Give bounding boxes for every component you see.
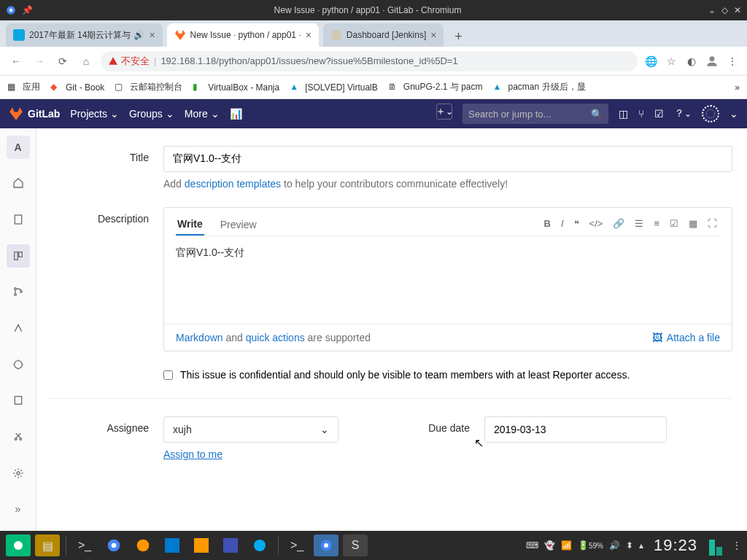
activity-icon[interactable]: 📊 <box>230 108 242 120</box>
window-maximize-icon[interactable]: ◇ <box>721 5 728 15</box>
issues-icon[interactable]: ◫ <box>619 108 628 120</box>
task-chrome-icon[interactable] <box>101 534 126 556</box>
task-app-icon[interactable]: ▤ <box>35 534 60 556</box>
quick-actions-link[interactable]: quick actions <box>246 332 305 343</box>
ul-icon[interactable]: ☰ <box>635 218 643 229</box>
system-monitor-icon[interactable] <box>709 535 722 556</box>
tab-close-icon[interactable]: × <box>149 29 155 41</box>
home-button[interactable]: ⌂ <box>77 52 95 70</box>
bookmark-item[interactable]: ▮VirtualBox - Manja <box>193 82 279 93</box>
kebab-menu-icon[interactable]: ⋮ <box>725 54 740 69</box>
task-terminal-icon[interactable]: >_ <box>285 534 309 556</box>
due-date-input[interactable] <box>484 416 667 443</box>
tray-clock[interactable]: 19:23 <box>654 536 697 555</box>
task-app-icon[interactable] <box>247 534 272 556</box>
sidebar-settings-icon[interactable] <box>7 462 30 485</box>
chevron-down-icon: ⌄ <box>166 108 174 120</box>
pin-icon[interactable]: 📌 <box>22 5 33 15</box>
plus-dropdown[interactable]: ＋⌄ <box>436 104 452 120</box>
merge-request-icon[interactable]: ⑂ <box>638 108 644 120</box>
tab-item[interactable]: 2017年最新 14期云计算与 🔊 × <box>6 23 163 47</box>
nav-projects[interactable]: Projects ⌄ <box>70 108 119 120</box>
extension-icon[interactable]: ◐ <box>684 54 699 69</box>
tasklist-icon[interactable]: ☑ <box>670 218 678 229</box>
bold-icon[interactable]: B <box>544 218 551 229</box>
assignee-dropdown[interactable]: xujh ⌄ <box>163 416 338 443</box>
bookmarks-apps[interactable]: ▦应用 <box>7 81 40 93</box>
task-terminal-icon[interactable]: >_ <box>72 534 97 556</box>
help-icon[interactable]: ？⌄ <box>674 107 692 120</box>
tab-item-active[interactable]: New Issue · python / app01 · × <box>167 23 319 47</box>
todos-icon[interactable]: ☑ <box>654 108 664 120</box>
code-icon[interactable]: </> <box>589 218 603 229</box>
sidebar-merge-icon[interactable] <box>7 281 30 304</box>
bookmark-item[interactable]: 🗎GnuPG-2.1 与 pacm <box>388 81 483 93</box>
tab-close-icon[interactable]: × <box>430 29 436 41</box>
link-icon[interactable]: 🔗 <box>613 218 624 229</box>
quote-icon[interactable]: ❝ <box>574 218 579 229</box>
task-editor-icon[interactable]: S <box>343 534 368 556</box>
table-icon[interactable]: ▦ <box>689 218 697 229</box>
start-menu-icon[interactable] <box>6 534 31 556</box>
profile-icon[interactable] <box>705 54 719 69</box>
task-chromium-active-icon[interactable] <box>314 534 338 556</box>
tray-app-icon[interactable]: 👻 <box>544 540 555 551</box>
bookmark-star-icon[interactable]: ☆ <box>664 54 678 69</box>
task-firefox-icon[interactable] <box>131 534 155 556</box>
nav-groups[interactable]: Groups ⌄ <box>129 108 174 120</box>
address-bar[interactable]: 不安全 | 192.168.1.18/python/app01/issues/n… <box>101 51 638 71</box>
confidential-checkbox[interactable] <box>163 370 173 380</box>
svg-point-14 <box>15 438 17 440</box>
preview-tab[interactable]: Preview <box>219 214 258 235</box>
tray-updates-icon[interactable]: ⬍ <box>626 540 633 551</box>
sidebar-operations-icon[interactable] <box>7 353 30 376</box>
tray-volume-icon[interactable]: 🔊 <box>609 540 620 551</box>
task-app-icon[interactable] <box>218 534 243 556</box>
back-button[interactable]: ← <box>7 52 25 70</box>
bookmark-item[interactable]: ▢云邮箱控制台 <box>115 81 182 93</box>
tray-keyboard-icon[interactable]: ⌨ <box>526 540 538 551</box>
sidebar-project-avatar[interactable]: A <box>7 136 30 159</box>
markdown-link[interactable]: Markdown <box>176 332 223 343</box>
audio-icon[interactable]: 🔊 <box>133 30 144 40</box>
nav-more[interactable]: More ⌄ <box>185 108 220 120</box>
window-close-icon[interactable]: ✕ <box>734 5 741 15</box>
tray-wifi-icon[interactable]: 📶 <box>561 540 572 551</box>
translate-icon[interactable]: 🌐 <box>643 54 658 69</box>
new-tab-button[interactable]: + <box>448 26 468 47</box>
tab-close-icon[interactable]: × <box>306 29 311 41</box>
assign-to-me-link[interactable]: Assign to me <box>163 448 338 460</box>
desc-templates-link[interactable]: description templates <box>185 178 281 190</box>
ol-icon[interactable]: ≡ <box>654 218 659 229</box>
title-input[interactable] <box>163 146 732 172</box>
italic-icon[interactable]: I <box>561 218 564 229</box>
bookmark-item[interactable]: ▲[SOLVED] VirtualB <box>290 82 378 93</box>
page-icon: ▢ <box>115 82 126 93</box>
description-textarea[interactable]: 官网V1.0--支付 <box>164 236 732 324</box>
tray-battery-icon[interactable]: 🔋59% <box>578 540 603 551</box>
sidebar-wiki-icon[interactable] <box>7 389 30 412</box>
bookmarks-overflow-icon[interactable]: » <box>735 82 740 93</box>
gitlab-brand[interactable]: GitLab <box>9 106 60 121</box>
user-avatar[interactable] <box>702 105 719 122</box>
reload-button[interactable]: ⟳ <box>54 52 71 70</box>
fullscreen-icon[interactable]: ⛶ <box>708 218 717 229</box>
write-tab[interactable]: Write <box>176 214 204 236</box>
tray-menu-icon[interactable]: ⋮ <box>732 540 741 551</box>
sidebar-snippets-icon[interactable] <box>7 425 30 448</box>
task-vscode-icon[interactable] <box>160 534 185 556</box>
sidebar-repo-icon[interactable] <box>7 208 30 231</box>
sidebar-home-icon[interactable] <box>7 172 30 195</box>
forward-button[interactable]: → <box>31 52 48 70</box>
search-box[interactable]: Search or jump to... 🔍 <box>462 104 608 124</box>
sidebar-expand-icon[interactable]: » <box>7 497 30 521</box>
task-sublime-icon[interactable] <box>189 534 214 556</box>
sidebar-ci-icon[interactable] <box>7 316 30 340</box>
tray-expand-icon[interactable]: ▴ <box>639 540 643 551</box>
tab-item[interactable]: Dashboard [Jenkins] × <box>323 23 444 47</box>
bookmark-item[interactable]: ▲pacman 升级后，显 <box>493 81 586 93</box>
window-minimize-icon[interactable]: ⌄ <box>708 5 716 15</box>
sidebar-issues-icon[interactable] <box>7 244 30 268</box>
bookmark-item[interactable]: ◆Git - Book <box>50 82 104 93</box>
attach-file-button[interactable]: 🖼 Attach a file <box>652 332 720 343</box>
